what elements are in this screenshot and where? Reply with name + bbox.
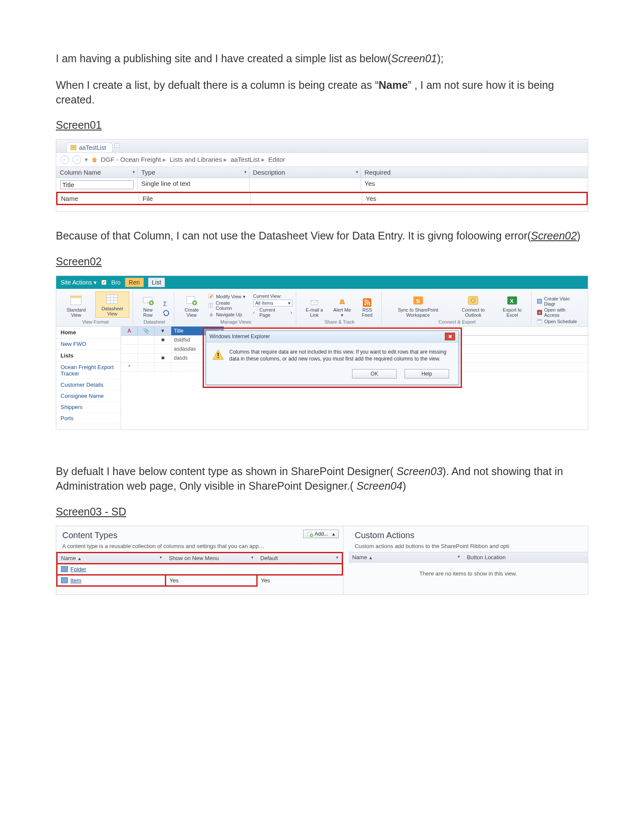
nav-back-icon[interactable]: ← bbox=[61, 155, 69, 164]
new-tab-icon[interactable] bbox=[114, 142, 120, 148]
ribbon-group-connect: SSync to SharePoint Workspace Connect to… bbox=[385, 291, 532, 325]
email-icon bbox=[310, 298, 319, 307]
create-view-icon bbox=[185, 294, 198, 307]
tab-aatestlist[interactable]: aaTestList bbox=[67, 142, 112, 152]
ribbon-group-extra: VCreate Visio Diagr AOpen with Access Op… bbox=[535, 291, 584, 325]
site-actions-button[interactable]: Site Actions ▾ bbox=[61, 279, 97, 286]
alert-me-button[interactable]: Alert Me ▾ bbox=[332, 298, 352, 318]
folder-link[interactable]: Folder bbox=[70, 566, 86, 572]
nav-link[interactable]: Ports bbox=[56, 413, 121, 424]
sync-workspace-button[interactable]: SSync to SharePoint Workspace bbox=[387, 294, 450, 318]
cell-req: Yes bbox=[362, 193, 435, 204]
columns-header: Column Name▾ Type▾ Description▾ Required bbox=[56, 167, 588, 178]
svg-text:Σ: Σ bbox=[163, 300, 167, 307]
add-content-type-button[interactable]: Add... ▴ bbox=[303, 530, 339, 538]
standard-view-button[interactable]: Standard View bbox=[61, 294, 91, 318]
nav-home[interactable]: Home bbox=[56, 327, 121, 339]
table-row[interactable]: Item Yes Yes bbox=[57, 575, 343, 586]
item-link[interactable]: Item bbox=[70, 577, 81, 584]
col-button-location[interactable]: Button Location bbox=[463, 552, 588, 562]
content-types-subtext: A content type is a reusable collection … bbox=[56, 543, 343, 552]
svg-rect-9 bbox=[107, 295, 117, 304]
col-default[interactable]: Default▾ bbox=[257, 552, 343, 563]
cell-name[interactable]: Title bbox=[60, 180, 134, 189]
refresh-icon[interactable] bbox=[162, 309, 170, 318]
cell-desc bbox=[251, 193, 362, 204]
svg-marker-27 bbox=[210, 313, 213, 317]
email-link-button[interactable]: E-mail a Link bbox=[301, 298, 328, 318]
tab-label: aaTestList bbox=[79, 144, 106, 151]
table-row[interactable]: Title Single line of text Yes bbox=[56, 178, 588, 192]
create-visio-button[interactable]: VCreate Visio Diagr bbox=[537, 296, 581, 306]
warning-icon bbox=[212, 348, 224, 360]
help-button[interactable]: Help bbox=[404, 369, 449, 379]
breadcrumb[interactable]: DGF - Ocean Freight▸ Lists and Libraries… bbox=[101, 156, 285, 164]
nav-fwd-icon[interactable]: → bbox=[73, 155, 81, 164]
connect-outlook-button[interactable]: Connect to Outlook bbox=[454, 294, 493, 318]
svg-marker-19 bbox=[164, 313, 165, 315]
screen01-label: Screen01 bbox=[56, 119, 588, 131]
edit-page-icon[interactable] bbox=[101, 279, 107, 285]
datasheet-area[interactable]: A 📎 ▼ Title▾ ◾dsldfsd asdasdas ◾dasds * … bbox=[121, 327, 588, 430]
table-row-highlight[interactable]: Name File Yes bbox=[56, 192, 588, 205]
table-row[interactable]: Folder bbox=[57, 563, 343, 575]
cell-name: Name bbox=[58, 193, 139, 204]
tab-browse[interactable]: Bro bbox=[111, 279, 121, 286]
col-show-new-menu[interactable]: Show on New Menu▾ bbox=[165, 552, 257, 563]
ribbon-group-datasheet: New Row Σ Datasheet bbox=[137, 291, 174, 325]
rss-icon bbox=[363, 298, 371, 307]
col-required[interactable]: Required bbox=[361, 167, 434, 178]
svg-text:X: X bbox=[510, 298, 514, 304]
svg-rect-4 bbox=[116, 145, 118, 146]
svg-rect-17 bbox=[151, 302, 152, 304]
ribbon-tabbar: Site Actions ▾ Bro Ren List bbox=[56, 276, 588, 289]
rss-feed-button[interactable]: RSS Feed bbox=[357, 298, 378, 318]
current-page-nav[interactable]: ‹ Current Page › bbox=[253, 307, 292, 318]
home-icon[interactable] bbox=[91, 157, 97, 163]
svg-rect-44 bbox=[218, 353, 219, 356]
create-column-button[interactable]: Create Column bbox=[208, 300, 246, 311]
tab-ren[interactable]: Ren bbox=[125, 278, 144, 287]
col-column-name[interactable]: Column Name▾ bbox=[56, 167, 138, 178]
nav-link[interactable]: Consignee Name bbox=[56, 391, 121, 402]
cell-desc bbox=[249, 178, 361, 191]
datasheet-view-button[interactable]: Datasheet View bbox=[95, 291, 130, 318]
nav-link[interactable]: Shippers bbox=[56, 402, 121, 413]
nav-lists[interactable]: Lists bbox=[56, 350, 121, 362]
ok-button[interactable]: OK bbox=[352, 369, 397, 379]
nav-link[interactable]: New FWO bbox=[56, 339, 121, 350]
navigate-up-button[interactable]: Navigate Up bbox=[208, 312, 246, 318]
new-row-button[interactable]: New Row bbox=[138, 294, 157, 318]
close-icon[interactable]: ✖ bbox=[445, 333, 455, 340]
modify-view-button[interactable]: Modify View ▾ bbox=[208, 294, 246, 300]
intro-paragraph-2: When I create a list, by defualt there i… bbox=[56, 78, 588, 107]
schedule-icon bbox=[537, 318, 543, 324]
nav-link[interactable]: Customer Details bbox=[56, 379, 121, 391]
content-types-table: Name ▲▾ Show on New Menu▾ Default▾ Folde… bbox=[56, 552, 343, 587]
col-description[interactable]: Description▾ bbox=[249, 167, 361, 178]
svg-rect-25 bbox=[209, 303, 210, 308]
create-view-button[interactable]: Create View bbox=[179, 294, 204, 318]
attach-header[interactable]: 📎 bbox=[138, 327, 155, 335]
svg-rect-49 bbox=[311, 534, 312, 536]
custom-actions-subtext: Custom actions add buttons to the ShareP… bbox=[349, 543, 588, 552]
open-access-button[interactable]: AOpen with Access bbox=[537, 307, 581, 318]
col-ca-name[interactable]: Name ▲▾ bbox=[349, 552, 463, 562]
cell-type: File bbox=[139, 193, 251, 204]
col-type[interactable]: Type▾ bbox=[138, 167, 249, 178]
screen02-label: Screen02 bbox=[56, 255, 588, 268]
current-view-select[interactable]: All Items▾ bbox=[253, 300, 292, 306]
ribbon-group-manageviews: Create View Modify View ▾ Create Column … bbox=[178, 291, 296, 325]
tab-list[interactable]: List bbox=[148, 278, 165, 287]
svg-point-30 bbox=[365, 303, 366, 305]
nav-link[interactable]: Ocean Freight Export Tracker bbox=[56, 362, 121, 379]
export-excel-button[interactable]: XExport to Excel bbox=[497, 294, 528, 318]
svg-rect-45 bbox=[218, 357, 219, 358]
open-schedule-button[interactable]: Open Schedule bbox=[537, 318, 581, 324]
totals-icon[interactable]: Σ bbox=[162, 300, 170, 308]
quicklaunch-nav: Home New FWO Lists Ocean Freight Export … bbox=[56, 327, 121, 430]
flag-header[interactable]: ▼ bbox=[155, 327, 171, 335]
col-name[interactable]: Name ▲▾ bbox=[57, 552, 166, 563]
row-selector-header[interactable]: A bbox=[121, 327, 138, 335]
svg-rect-33 bbox=[468, 297, 478, 305]
